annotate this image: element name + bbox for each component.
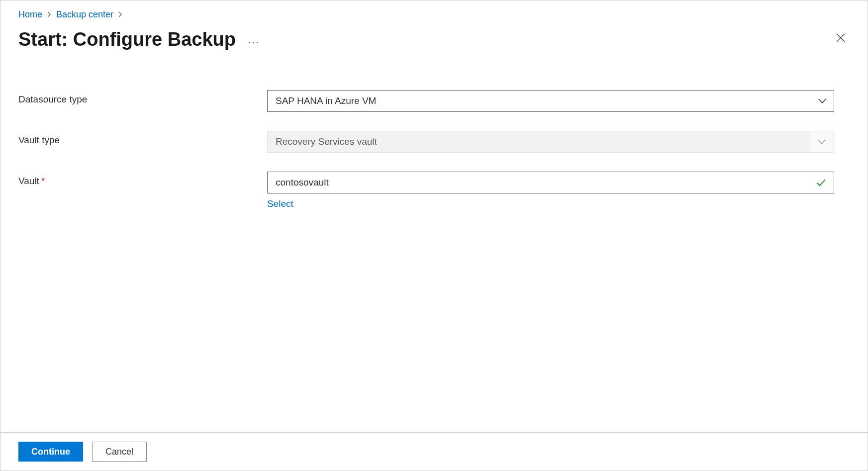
- vault-row: Vault* contosovault Select: [18, 172, 834, 209]
- footer-bar: Continue Cancel: [0, 432, 868, 471]
- datasource-type-value: SAP HANA in Azure VM: [276, 95, 376, 106]
- breadcrumb-home-link[interactable]: Home: [18, 9, 42, 20]
- vault-type-value: Recovery Services vault: [276, 136, 377, 147]
- checkmark-icon: [816, 177, 827, 188]
- select-vault-link[interactable]: Select: [267, 198, 834, 209]
- cancel-button[interactable]: Cancel: [92, 442, 147, 462]
- breadcrumb: Home Backup center: [18, 9, 850, 20]
- datasource-type-select[interactable]: SAP HANA in Azure VM: [267, 90, 834, 112]
- chevron-down-icon: [818, 96, 827, 105]
- chevron-right-icon: [46, 10, 52, 19]
- vault-label: Vault*: [18, 176, 45, 186]
- close-icon: [835, 32, 847, 44]
- required-indicator: *: [41, 176, 45, 186]
- breadcrumb-backup-center-link[interactable]: Backup center: [56, 9, 113, 20]
- more-actions-button[interactable]: ···: [248, 31, 260, 49]
- close-button[interactable]: [832, 29, 850, 47]
- continue-button[interactable]: Continue: [18, 442, 83, 462]
- configure-backup-form: Datasource type SAP HANA in Azure VM Vau…: [18, 90, 834, 209]
- chevron-right-icon: [117, 10, 123, 19]
- datasource-type-label: Datasource type: [18, 94, 87, 104]
- page-title: Start: Configure Backup: [18, 29, 236, 50]
- vault-value: contosovault: [276, 177, 329, 188]
- vault-type-label: Vault type: [18, 135, 60, 145]
- vault-type-select: Recovery Services vault: [267, 131, 834, 153]
- datasource-type-row: Datasource type SAP HANA in Azure VM: [18, 90, 834, 112]
- chevron-down-icon: [809, 131, 834, 152]
- vault-input[interactable]: contosovault: [267, 172, 834, 193]
- vault-type-row: Vault type Recovery Services vault: [18, 131, 834, 153]
